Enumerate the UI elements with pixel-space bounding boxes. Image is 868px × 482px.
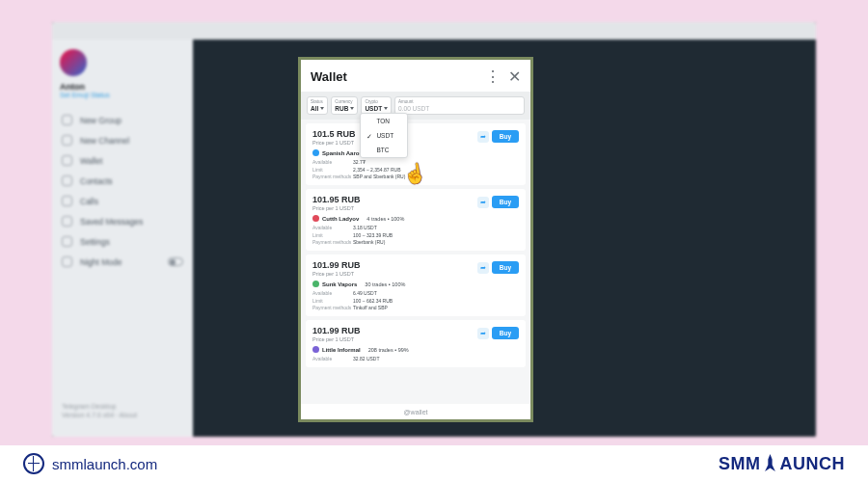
window-titlebar xyxy=(52,22,816,40)
trader-stats: 30 trades • 100% xyxy=(365,281,405,287)
trader[interactable]: Little Informal xyxy=(312,346,361,353)
share-icon[interactable]: ➦ xyxy=(477,262,489,274)
chevron-down-icon xyxy=(350,107,354,110)
user-status[interactable]: Set Emoji Status xyxy=(60,92,185,98)
brand-logo: SMMAUNCH xyxy=(719,454,845,474)
dropdown-item-usdt[interactable]: USDT xyxy=(361,128,407,143)
filter-bar: Status All Currency RUB Crypto USDT TON … xyxy=(301,92,530,120)
offer-card: ➦Buy 101.95 RUB Price per 1 USDT Cutth L… xyxy=(306,189,526,251)
buy-button[interactable]: Buy xyxy=(492,261,519,274)
sidebar-item-label: Saved Messages xyxy=(80,217,143,227)
sidebar-item-calls[interactable]: Calls xyxy=(60,191,185,211)
sidebar-footer: Telegram Desktop Version 4.7.6 x64 · Abo… xyxy=(62,402,137,419)
sidebar-item-night-mode[interactable]: Night Mode xyxy=(60,252,185,272)
trader-avatar xyxy=(312,215,319,222)
trader[interactable]: Spanish Aaron xyxy=(312,149,363,156)
channel-icon xyxy=(62,135,72,146)
sidebar-item-settings[interactable]: Settings xyxy=(60,231,185,252)
modal-header: Wallet ⋮ ✕ xyxy=(301,60,530,92)
offer-card: ➦Buy 101.99 RUB Price per 1 USDT Little … xyxy=(306,320,526,367)
share-icon[interactable]: ➦ xyxy=(477,328,489,339)
brand-domain: smmlaunch.com xyxy=(23,453,157,474)
filter-amount[interactable]: Amount 0.00 USDT xyxy=(394,96,525,115)
dropdown-item-ton[interactable]: TON xyxy=(361,114,407,128)
filter-currency[interactable]: Currency RUB xyxy=(331,96,358,115)
rocket-icon xyxy=(762,454,779,471)
buy-button[interactable]: Buy xyxy=(492,130,519,143)
sidebar-item-label: Wallet xyxy=(80,156,102,166)
buy-button[interactable]: Buy xyxy=(492,327,519,339)
trader[interactable]: Cutth Ladyov xyxy=(312,215,359,222)
offer-list: ➦Buy 101.5 RUB Price per 1 USDT Spanish … xyxy=(301,120,530,404)
branding-bar: smmlaunch.com SMMAUNCH xyxy=(0,445,868,482)
sidebar-item-label: Contacts xyxy=(80,176,113,186)
sidebar-item-new-group[interactable]: New Group xyxy=(60,110,185,130)
moon-icon xyxy=(62,256,72,267)
wallet-modal: Wallet ⋮ ✕ Status All Currency RUB Crypt… xyxy=(298,57,533,422)
bookmark-icon xyxy=(62,216,72,227)
share-icon[interactable]: ➦ xyxy=(477,131,489,143)
trader-avatar xyxy=(312,346,319,353)
avatar[interactable] xyxy=(60,49,87,76)
close-icon[interactable]: ✕ xyxy=(507,70,521,84)
sidebar-item-label: Settings xyxy=(80,237,110,247)
sidebar-item-saved[interactable]: Saved Messages xyxy=(60,211,185,231)
sidebar-item-new-channel[interactable]: New Channel xyxy=(60,130,185,150)
offer-card: ➦Buy 101.5 RUB Price per 1 USDT Spanish … xyxy=(306,123,526,185)
night-mode-toggle[interactable] xyxy=(168,257,183,266)
calls-icon xyxy=(62,196,72,206)
sidebar-item-label: Calls xyxy=(80,197,98,206)
gear-icon xyxy=(62,236,72,247)
share-icon[interactable]: ➦ xyxy=(477,197,489,208)
trader[interactable]: Sunk Vapors xyxy=(312,281,357,287)
trader-stats: 4 trades • 100% xyxy=(366,216,404,222)
sidebar-item-label: Night Mode xyxy=(80,257,122,267)
offer-card: ➦Buy 101.99 RUB Price per 1 USDT Sunk Va… xyxy=(306,254,526,316)
crypto-dropdown: TON USDT BTC xyxy=(360,113,408,158)
trader-stats: 208 trades • 99% xyxy=(368,347,409,353)
sidebar-item-label: New Group xyxy=(80,116,122,125)
globe-icon xyxy=(23,453,44,474)
filter-crypto[interactable]: Crypto USDT TON USDT BTC xyxy=(361,96,392,115)
user-name: Anton xyxy=(60,82,185,92)
sidebar-item-wallet[interactable]: Wallet xyxy=(60,150,185,171)
sidebar-item-label: New Channel xyxy=(80,136,129,146)
chevron-down-icon xyxy=(384,107,388,110)
filter-status[interactable]: Status All xyxy=(307,96,328,115)
trader-avatar xyxy=(312,149,319,156)
modal-title: Wallet xyxy=(311,69,478,84)
wallet-icon xyxy=(62,155,72,166)
group-icon xyxy=(62,115,72,125)
sidebar-item-contacts[interactable]: Contacts xyxy=(60,171,185,191)
dropdown-item-btc[interactable]: BTC xyxy=(361,143,407,157)
sidebar: Anton Set Emoji Status New Group New Cha… xyxy=(52,40,193,437)
buy-button[interactable]: Buy xyxy=(492,196,519,208)
modal-footer: @wallet xyxy=(301,404,530,419)
more-icon[interactable]: ⋮ xyxy=(486,70,500,84)
chevron-down-icon xyxy=(320,107,324,110)
contacts-icon xyxy=(62,175,72,186)
trader-avatar xyxy=(312,281,319,287)
